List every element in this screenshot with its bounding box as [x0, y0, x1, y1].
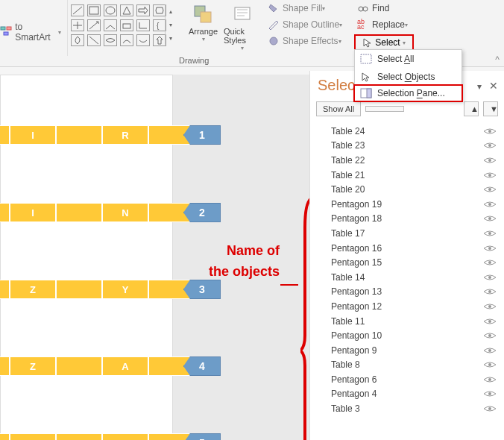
- visibility-eye-icon[interactable]: [483, 141, 497, 150]
- table-cell: Z: [10, 280, 56, 299]
- convert-to-smartart-button[interactable]: to SmartArt ▾: [0, 21, 61, 43]
- svg-point-10: [270, 37, 277, 45]
- gallery-expand-button[interactable]: ▴▾▾: [165, 4, 175, 45]
- svg-point-35: [488, 407, 491, 410]
- select-objects-label: Select Objects: [377, 72, 435, 82]
- shape-effects-button[interactable]: Shape Effects ▾: [265, 33, 350, 49]
- selection-list-item[interactable]: Table 24: [310, 124, 504, 139]
- table-cell: [56, 280, 102, 299]
- shape-outline-button[interactable]: Shape Outline ▾: [265, 16, 350, 33]
- selection-list-item[interactable]: Table 20: [310, 182, 504, 197]
- visibility-eye-icon[interactable]: [483, 229, 497, 238]
- selection-list-item[interactable]: Table 17: [310, 226, 504, 241]
- object-name: Pentagon 12: [331, 301, 382, 312]
- pentagon-shape[interactable]: 2: [183, 203, 221, 222]
- selection-list-item[interactable]: Table 14: [310, 270, 504, 285]
- reorder-down-button[interactable]: ▼: [483, 101, 498, 116]
- shape-fill-button[interactable]: Shape Fill ▾: [265, 0, 350, 16]
- table-row[interactable]: IN: [0, 203, 195, 222]
- smartart-icon: [0, 26, 13, 38]
- selection-list-item[interactable]: Pentagon 16: [310, 241, 504, 256]
- svg-point-28: [488, 305, 491, 308]
- selection-list-item[interactable]: Pentagon 13: [310, 285, 504, 300]
- selection-list-item[interactable]: Pentagon 12: [310, 299, 504, 314]
- visibility-eye-icon[interactable]: [483, 127, 497, 136]
- shape-fill-label: Shape Fill: [283, 3, 322, 13]
- visibility-eye-icon[interactable]: [483, 171, 497, 180]
- quick-styles-label: Quick Styles: [224, 27, 261, 45]
- select-all-label: Select All: [377, 54, 414, 64]
- object-name: Table 22: [331, 155, 365, 166]
- visibility-eye-icon[interactable]: [483, 200, 497, 209]
- object-name: Pentagon 9: [331, 345, 377, 356]
- object-name: Table 14: [331, 272, 365, 283]
- shape-gallery-grid: {: [68, 0, 175, 52]
- object-name: Pentagon 15: [331, 257, 382, 268]
- pane-close-button[interactable]: ✕: [489, 80, 498, 92]
- table-row[interactable]: IR: [0, 125, 195, 145]
- visibility-eye-icon[interactable]: [483, 346, 497, 355]
- svg-rect-1: [7, 27, 11, 30]
- selection-pane-icon: [359, 87, 373, 99]
- replace-icon: abac: [357, 19, 369, 30]
- pentagon-shape[interactable]: 1: [183, 125, 221, 145]
- object-name: Table 17: [331, 228, 365, 239]
- selection-list-item[interactable]: Pentagon 9: [310, 343, 504, 358]
- select-all-menuitem[interactable]: Select All: [355, 50, 462, 68]
- table-cell: Z: [10, 356, 56, 376]
- visibility-eye-icon[interactable]: [483, 404, 497, 413]
- selection-list-item[interactable]: Pentagon 4: [310, 387, 504, 402]
- select-objects-menuitem[interactable]: Select Objects: [355, 68, 462, 86]
- selection-list-item[interactable]: Pentagon 6: [310, 372, 504, 387]
- selection-list-item[interactable]: Pentagon 18: [310, 212, 504, 227]
- svg-point-33: [488, 378, 491, 381]
- selection-list-item[interactable]: Table 8: [310, 358, 504, 373]
- visibility-eye-icon[interactable]: [483, 317, 497, 326]
- select-all-icon: [359, 53, 373, 65]
- hide-all-button[interactable]: [365, 106, 404, 112]
- selection-list-item[interactable]: Table 21: [310, 168, 504, 183]
- collapse-ribbon-button[interactable]: ^: [495, 54, 500, 65]
- visibility-eye-icon[interactable]: [483, 244, 497, 253]
- visibility-eye-icon[interactable]: [483, 360, 497, 369]
- visibility-eye-icon[interactable]: [483, 258, 497, 267]
- selection-list-item[interactable]: Pentagon 19: [310, 197, 504, 212]
- pentagon-shape[interactable]: 4: [183, 356, 221, 376]
- table-row[interactable]: ZY: [0, 280, 195, 299]
- find-button[interactable]: Find: [354, 0, 414, 16]
- visibility-eye-icon[interactable]: [483, 185, 497, 194]
- shapes-gallery[interactable]: { ▴▾▾: [67, 0, 175, 56]
- visibility-eye-icon[interactable]: [483, 375, 497, 384]
- replace-button[interactable]: abac Replace ▾: [354, 16, 414, 33]
- visibility-eye-icon[interactable]: [483, 302, 497, 311]
- pane-options-button[interactable]: ▾ ✕: [477, 80, 498, 92]
- selection-pane-menuitem[interactable]: Selection Pane...: [353, 84, 463, 102]
- svg-rect-13: [361, 54, 371, 63]
- selection-list-item[interactable]: Pentagon 10: [310, 328, 504, 343]
- show-all-button[interactable]: Show All: [316, 101, 361, 116]
- visibility-eye-icon[interactable]: [483, 273, 497, 282]
- visibility-eye-icon[interactable]: [483, 389, 497, 398]
- table-row[interactable]: NY: [0, 433, 195, 440]
- visibility-eye-icon[interactable]: [483, 331, 497, 340]
- selection-pane: Selection ▾ ✕ Show All ▲ ▼ Table 24Table…: [309, 71, 504, 440]
- selection-list-item[interactable]: Table 22: [310, 153, 504, 168]
- selection-list-item[interactable]: Pentagon 15: [310, 255, 504, 270]
- dropdown-icon: ▾: [339, 22, 342, 28]
- pentagon-shape[interactable]: 3: [183, 280, 221, 299]
- object-name: Pentagon 19: [331, 199, 382, 210]
- slide[interactable]: IR1IN2ZY3ZA4NY5 Mechanicalengblog.com: [0, 75, 173, 440]
- selection-list-item[interactable]: Table 23: [310, 139, 504, 154]
- reorder-up-button[interactable]: ▲: [464, 101, 479, 116]
- selection-list-item[interactable]: Table 11: [310, 314, 504, 329]
- selection-list-item[interactable]: Table 3: [310, 401, 504, 416]
- visibility-eye-icon[interactable]: [483, 156, 497, 165]
- arrange-button[interactable]: Arrange ▾: [183, 0, 224, 56]
- select-button[interactable]: Select ▾: [354, 34, 414, 51]
- quick-styles-button[interactable]: Quick Styles ▾: [224, 0, 261, 56]
- table-row[interactable]: ZA: [0, 356, 195, 376]
- svg-point-19: [488, 174, 491, 177]
- visibility-eye-icon[interactable]: [483, 214, 497, 223]
- arrange-label: Arrange: [189, 27, 218, 36]
- visibility-eye-icon[interactable]: [483, 287, 497, 296]
